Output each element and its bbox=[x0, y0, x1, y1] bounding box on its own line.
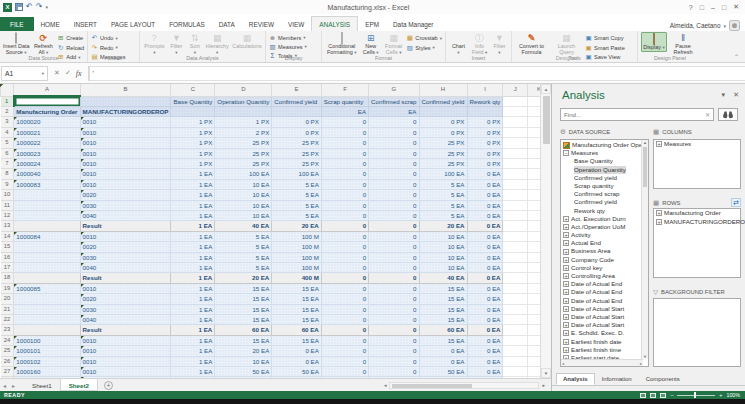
cell-A26[interactable]: 1000102 bbox=[14, 356, 80, 366]
row-header-3[interactable]: 3 bbox=[1, 117, 14, 127]
cell-B20[interactable]: 0020 bbox=[80, 294, 171, 304]
cell-F16[interactable]: 0 bbox=[321, 252, 368, 262]
refresh-all-button[interactable]: ⟳ Refresh All ▾ bbox=[31, 32, 55, 56]
cell-H11[interactable]: 5 EA bbox=[419, 200, 467, 210]
cell-E17[interactable]: 100 M bbox=[272, 263, 322, 273]
find-input[interactable] bbox=[564, 111, 705, 118]
expand-icon[interactable]: + bbox=[656, 219, 662, 225]
cell-C21[interactable]: 1 EA bbox=[171, 304, 215, 314]
cell-B25[interactable]: 0010 bbox=[80, 346, 171, 356]
tree-item-operation-quantity[interactable]: Operation Quantity bbox=[561, 166, 641, 174]
new-sheet-button[interactable]: + bbox=[104, 381, 113, 390]
vertical-scroll-thumb[interactable] bbox=[543, 96, 550, 144]
horizontal-scroll-thumb[interactable] bbox=[392, 384, 472, 388]
cell-H6[interactable]: 25 PX bbox=[419, 148, 467, 158]
cell-E18[interactable]: 400 M bbox=[272, 273, 322, 283]
expand-icon[interactable]: + bbox=[563, 298, 569, 304]
panel-tab-components[interactable]: Components bbox=[639, 373, 687, 385]
tree-item-confirmed-yield[interactable]: Confirmed yield bbox=[561, 198, 641, 206]
create-button[interactable]: ⊞Create bbox=[57, 34, 84, 42]
cell-G18[interactable]: 0 bbox=[369, 273, 419, 283]
cell-C8[interactable]: 1 EA bbox=[171, 169, 215, 179]
cell-C22[interactable]: 1 EA bbox=[171, 315, 215, 325]
help-icon[interactable]: ? bbox=[689, 4, 693, 11]
cell-D16[interactable]: 5 EA bbox=[215, 252, 272, 262]
redo-ribbon-button[interactable]: ↷Redo ▾ bbox=[91, 44, 126, 52]
cell-G10[interactable]: 0 bbox=[369, 190, 419, 200]
cell-I19[interactable]: 0 EA bbox=[467, 283, 503, 293]
tree-item-e-schdld-exec-d[interactable]: +E. Schdld. Exec. D. bbox=[561, 329, 641, 337]
cell-E27[interactable]: 50 EA bbox=[272, 367, 322, 377]
row-header-15[interactable]: 15 bbox=[1, 242, 14, 252]
row-header-2[interactable]: 2 bbox=[1, 106, 14, 116]
row-header-18[interactable]: 18 bbox=[1, 273, 14, 283]
sheet-tab-sheet2[interactable]: Sheet2 bbox=[60, 379, 98, 391]
tree-item-earliest-finish-time[interactable]: +Earliest finish time bbox=[561, 346, 641, 354]
cell-C5[interactable]: 1 PX bbox=[171, 138, 215, 148]
cell-G27[interactable]: 0 bbox=[369, 367, 419, 377]
rows-field-manufacturingorderop[interactable]: +MANUFACTURINGORDEROP bbox=[654, 218, 740, 227]
cell-J4[interactable] bbox=[503, 127, 527, 137]
cell-F14[interactable]: 0 bbox=[321, 231, 368, 241]
cell-I2[interactable] bbox=[467, 106, 503, 116]
cell-H5[interactable]: 25 PX bbox=[419, 138, 467, 148]
cell-A24[interactable]: 1000100 bbox=[14, 335, 80, 345]
expand-icon[interactable]: + bbox=[563, 322, 569, 328]
row-header-7[interactable]: 7 bbox=[1, 158, 14, 168]
cell-D10[interactable]: 10 EA bbox=[215, 190, 272, 200]
styles-button[interactable]: ▨Styles ▾ bbox=[406, 44, 442, 52]
cell-E11[interactable]: 5 EA bbox=[272, 200, 322, 210]
cell-B26[interactable]: 0010 bbox=[80, 356, 171, 366]
chart-button[interactable]: Chart▾ bbox=[449, 32, 468, 56]
cell-J14[interactable] bbox=[503, 231, 527, 241]
cell-F17[interactable]: 0 bbox=[321, 263, 368, 273]
row-header-17[interactable]: 17 bbox=[1, 263, 14, 273]
cell-C24[interactable]: 1 EA bbox=[171, 335, 215, 345]
cell-J27[interactable] bbox=[503, 367, 527, 377]
cell-C10[interactable]: 1 EA bbox=[171, 190, 215, 200]
cell-H4[interactable]: 0 PX bbox=[419, 127, 467, 137]
row-header-6[interactable]: 6 bbox=[1, 148, 14, 158]
cell-J18[interactable] bbox=[503, 273, 527, 283]
cell-G14[interactable]: 0 bbox=[369, 231, 419, 241]
cell-I11[interactable]: 0 EA bbox=[467, 200, 503, 210]
cell-F26[interactable]: 0 bbox=[321, 356, 368, 366]
cell-F4[interactable]: 0 bbox=[321, 127, 368, 137]
cell-E6[interactable]: 25 PX bbox=[272, 148, 322, 158]
cell-H12[interactable]: 5 EA bbox=[419, 210, 467, 220]
cancel-entry-icon[interactable]: ✕ bbox=[54, 69, 60, 77]
cell-E23[interactable]: 60 EA bbox=[272, 325, 322, 335]
cell-C15[interactable]: 1 EA bbox=[171, 242, 215, 252]
cell-E26[interactable]: 0 EA bbox=[272, 356, 322, 366]
cell-E4[interactable]: 0 PX bbox=[272, 127, 322, 137]
cell-G3[interactable]: 0 bbox=[369, 117, 419, 127]
cell-J22[interactable] bbox=[503, 315, 527, 325]
cell-G12[interactable]: 0 bbox=[369, 210, 419, 220]
tree-vertical-scrollbar[interactable]: ▲ ▼ bbox=[641, 140, 648, 359]
cell-F9[interactable]: 0 bbox=[321, 179, 368, 189]
sort-button[interactable]: ⇅ Sort▾ bbox=[187, 32, 202, 56]
cell-D20[interactable]: 15 EA bbox=[215, 294, 272, 304]
save-icon[interactable] bbox=[15, 3, 23, 11]
cell-J13[interactable] bbox=[503, 221, 527, 231]
smart-paste-button[interactable]: ▣Smart Paste bbox=[585, 44, 625, 52]
cell-H9[interactable]: 5 EA bbox=[419, 179, 467, 189]
column-header-J[interactable]: J bbox=[503, 84, 527, 96]
cell-J25[interactable] bbox=[503, 346, 527, 356]
expand-icon[interactable]: + bbox=[563, 224, 569, 230]
cell-B22[interactable]: 0040 bbox=[80, 315, 171, 325]
cell-C25[interactable]: 1 EA bbox=[171, 346, 215, 356]
cell-J24[interactable] bbox=[503, 335, 527, 345]
expand-icon[interactable]: + bbox=[563, 240, 569, 246]
cell-H20[interactable]: 15 EA bbox=[419, 294, 467, 304]
row-header-12[interactable]: 12 bbox=[1, 210, 14, 220]
panel-tab-analysis[interactable]: Analysis bbox=[556, 373, 595, 385]
cell-D6[interactable]: 25 PX bbox=[215, 148, 272, 158]
cell-E15[interactable]: 100 M bbox=[272, 242, 322, 252]
cell-F12[interactable]: 0 bbox=[321, 210, 368, 220]
tree-item-rework-qty[interactable]: Rework qty bbox=[561, 207, 641, 215]
cell-E20[interactable]: 15 EA bbox=[272, 294, 322, 304]
tree-item-earliest-finish-date[interactable]: +Earliest finish date bbox=[561, 338, 641, 346]
cell-H15[interactable]: 10 EA bbox=[419, 242, 467, 252]
cell-E14[interactable]: 100 M bbox=[272, 231, 322, 241]
